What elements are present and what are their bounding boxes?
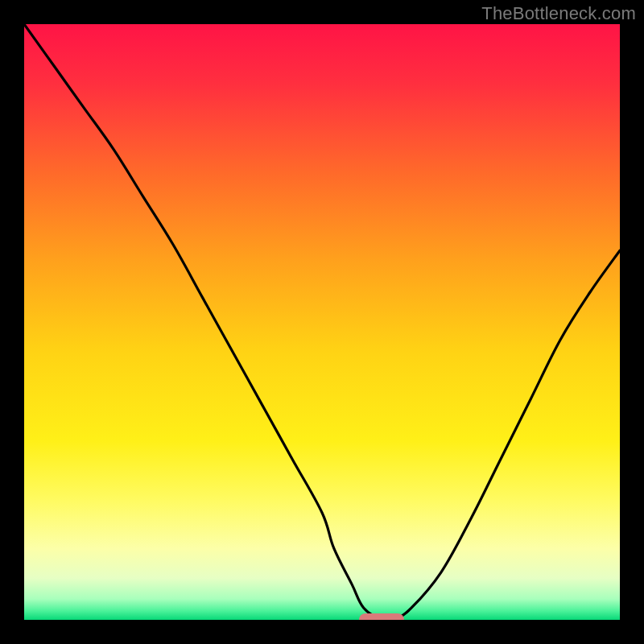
- watermark-text: TheBottleneck.com: [481, 3, 636, 24]
- chart-svg: [24, 24, 620, 620]
- plot-area: [24, 24, 620, 620]
- optimal-marker: [359, 613, 404, 620]
- gradient-background: [24, 24, 620, 620]
- chart-frame: TheBottleneck.com: [0, 0, 644, 644]
